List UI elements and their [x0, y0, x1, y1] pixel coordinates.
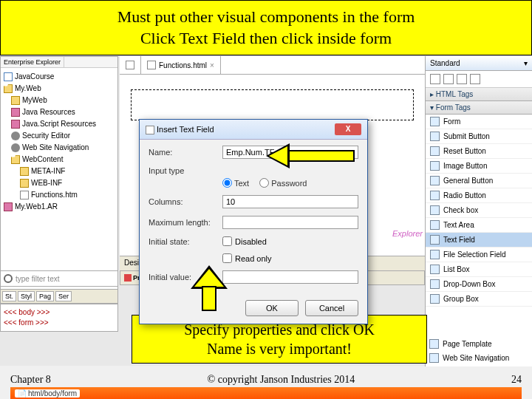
tree-item[interactable]: WebContent — [2, 154, 116, 166]
palette-lower: Page Template Web Site Navigation — [425, 337, 532, 365]
section-form-tags[interactable]: ▾ Form Tags — [426, 101, 532, 115]
tree-item[interactable]: My.Web — [2, 83, 116, 95]
ide-workspace: Enterprise Explorer JavaCourse My.Web My… — [0, 55, 532, 366]
style-tab[interactable]: St. — [2, 291, 16, 301]
palette-item-dropdown[interactable]: Drop-Down Box — [426, 277, 532, 292]
folder-icon — [11, 96, 20, 105]
ok-button[interactable]: OK — [245, 300, 299, 316]
radio-text-input[interactable] — [222, 178, 232, 188]
tree-item[interactable]: META-INF — [2, 166, 116, 177]
initstate-label: Initial state: — [149, 237, 222, 246]
editor-tabbar: Functions.html× — [120, 56, 425, 75]
image-button-icon — [430, 161, 440, 171]
dialog-title: Insert Text Field — [157, 125, 214, 134]
palette-item-reset[interactable]: Reset Button — [426, 144, 532, 159]
explorer-tab[interactable]: Enterprise Explorer — [1, 57, 64, 67]
form-dashed-area[interactable] — [131, 89, 414, 120]
palette-panel: Standard ▾ ▸ HTML Tags ▾ Form Tags Form … — [425, 56, 532, 366]
maxlen-input[interactable] — [222, 216, 358, 229]
tree-item[interactable]: My.Web1.AR — [2, 201, 116, 213]
chevron-down-icon[interactable]: ▾ — [524, 59, 528, 67]
ghost-link: Explorer — [392, 229, 423, 238]
palette-header: Standard ▾ — [426, 56, 532, 71]
filter-input[interactable]: type filter text — [16, 275, 59, 283]
palette-item-textfield[interactable]: Text Field — [426, 233, 532, 248]
palette-item-textarea[interactable]: Text Area — [426, 218, 532, 233]
palette-item-pagetemplate[interactable]: Page Template — [425, 337, 532, 351]
cancel-button[interactable]: Cancel — [305, 300, 358, 316]
banner-line2: Click Text Field then click inside form — [10, 28, 522, 50]
tree-item[interactable]: MyWeb — [2, 95, 116, 106]
palette-quick-icons — [426, 71, 532, 88]
tree-item[interactable]: Web Site Navigation — [2, 142, 116, 154]
palette-item-groupbox[interactable]: Group Box — [426, 292, 532, 307]
tree-item[interactable]: Java Resources — [2, 106, 116, 118]
instruction-banner-top: Must put other visual components in the … — [0, 0, 532, 55]
file-icon — [20, 191, 29, 200]
palette-item-checkbox[interactable]: Check box — [426, 203, 532, 218]
footer-copyright: © copyright Janson Industries 2014 — [208, 374, 355, 386]
close-icon[interactable]: × — [210, 61, 214, 69]
dropdown-icon — [430, 279, 440, 289]
tree-item[interactable]: WEB-INF — [2, 177, 116, 189]
enterprise-explorer-panel: Enterprise Explorer JavaCourse My.Web My… — [0, 56, 118, 307]
initval-input[interactable] — [222, 270, 358, 284]
palette-item-form[interactable]: Form — [426, 115, 532, 129]
palette-item-webnav[interactable]: Web Site Navigation — [425, 351, 532, 365]
radio-text[interactable]: Text — [222, 178, 249, 188]
editor-tab-functions[interactable]: Functions.html× — [141, 56, 221, 74]
project-icon — [4, 72, 13, 81]
palette-item-image-button[interactable]: Image Button — [426, 159, 532, 174]
palette-icon[interactable] — [470, 74, 480, 84]
checkbox-readonly[interactable]: Read only — [222, 253, 272, 263]
cog-icon — [11, 132, 20, 140]
inputtype-label: Input type — [149, 166, 222, 175]
pag-tab[interactable]: Pag — [36, 291, 54, 301]
palette-item-submit[interactable]: Submit Button — [426, 129, 532, 144]
form-icon — [430, 117, 440, 126]
reset-icon — [430, 146, 440, 156]
banner-mid-line2: Name is very important! — [140, 339, 419, 358]
radio-password[interactable]: Password — [259, 178, 307, 188]
palette-icon[interactable] — [457, 74, 467, 84]
breadcrumb-bar: 📄 html/body/form — [10, 387, 522, 399]
textfield-icon — [430, 235, 440, 245]
close-button[interactable]: X — [335, 123, 361, 135]
dialog-icon — [146, 126, 154, 134]
callout-arrow-name — [266, 143, 355, 168]
radio-password-input[interactable] — [259, 178, 269, 188]
section-html-tags[interactable]: ▸ HTML Tags — [426, 88, 532, 101]
jar-icon — [11, 108, 20, 117]
ser-tab[interactable]: Ser — [55, 291, 72, 301]
outline-item[interactable]: <<< body >>> — [4, 307, 115, 318]
palette-item-radio[interactable]: Radio Button — [426, 188, 532, 203]
tree-item[interactable]: Functions.htm — [2, 189, 116, 201]
palette-icon[interactable] — [443, 74, 454, 84]
checkbox-disabled[interactable]: Disabled — [222, 236, 267, 246]
palette-item-general-button[interactable]: General Button — [426, 174, 532, 188]
dialog-titlebar: Insert Text Field X — [140, 120, 367, 140]
editor-tab[interactable] — [120, 56, 141, 74]
tree-item[interactable]: Java.Script Resources — [2, 118, 116, 130]
left-bottom-tabs: St. Styl Pag Ser — [0, 289, 118, 304]
slide-footer: Chapter 8 © copyright Janson Industries … — [0, 369, 532, 399]
palette-icon[interactable] — [430, 74, 440, 84]
styl-tab[interactable]: Styl — [18, 291, 35, 301]
cog-icon — [11, 143, 20, 152]
list-icon — [430, 265, 440, 274]
footer-chapter: Chapter 8 — [10, 374, 51, 386]
maxlen-label: Maximum length: — [149, 218, 222, 227]
folder-icon — [11, 155, 20, 164]
palette-item-listbox[interactable]: List Box — [426, 262, 532, 277]
footer-pagenum: 24 — [511, 374, 522, 386]
tree-item[interactable]: JavaCourse — [2, 71, 116, 83]
columns-input[interactable] — [222, 195, 358, 208]
file-icon — [430, 250, 440, 259]
folder-icon — [4, 84, 13, 93]
search-icon — [4, 274, 13, 283]
jar-icon — [11, 120, 20, 129]
outline-item[interactable]: <<< form >>> — [4, 318, 115, 328]
breadcrumb-path[interactable]: 📄 html/body/form — [15, 389, 80, 398]
palette-item-fileselect[interactable]: File Selection Field — [426, 248, 532, 262]
tree-item[interactable]: Security Editor — [2, 130, 116, 142]
